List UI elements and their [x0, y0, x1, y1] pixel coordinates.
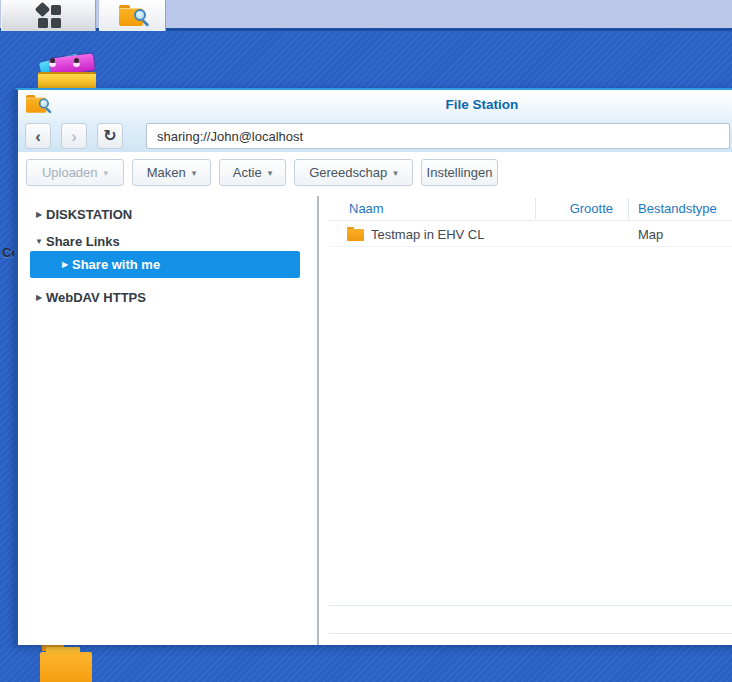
chevron-right-icon: ▶ [32, 293, 46, 302]
sidebar-item-label: WebDAV HTTPS [46, 290, 146, 305]
folder-search-icon [119, 5, 147, 27]
chevron-down-icon: ▾ [268, 168, 273, 178]
sidebar-item-share-with-me[interactable]: ▶ Share with me [30, 251, 300, 278]
sidebar-item-label: Share with me [72, 257, 160, 272]
sidebar-item-diskstation[interactable]: ▶ DISKSTATION [18, 202, 317, 226]
file-name: Testmap in EHV CL [371, 227, 484, 242]
tools-button[interactable]: Gereedschap ▾ [294, 159, 413, 186]
sidebar: ▶ DISKSTATION ▼ Share Links ▶ Share with… [18, 196, 317, 645]
action-button[interactable]: Actie ▾ [219, 159, 286, 186]
folder-body [40, 652, 92, 682]
apps-grid-icon [36, 3, 62, 28]
sidebar-item-share-links[interactable]: ▼ Share Links [18, 229, 317, 253]
address-row: ‹ › ↻ [18, 120, 732, 152]
chevron-right-icon: ▶ [58, 260, 72, 269]
taskbar-tab-main-menu[interactable] [1, 0, 96, 31]
column-header-name[interactable]: Naam [349, 201, 384, 216]
folder-desktop-icon[interactable] [40, 644, 92, 682]
button-label: Instellingen [427, 165, 493, 180]
statusbar-divider [329, 633, 732, 634]
chevron-down-icon: ▾ [393, 168, 398, 178]
list-bottom-divider [329, 605, 732, 606]
settings-button[interactable]: Instellingen [421, 159, 498, 186]
button-label: Gereedschap [309, 165, 387, 180]
window-title: File Station [18, 97, 732, 112]
file-list-header: Naam Grootte Bestandstype [329, 196, 732, 221]
file-list-panel: Naam Grootte Bestandstype Testmap in EHV… [319, 196, 732, 645]
button-label: Uploaden [42, 165, 98, 180]
column-separator[interactable] [628, 198, 629, 219]
button-label: Actie [233, 165, 262, 180]
chevron-right-icon: ▶ [32, 210, 46, 219]
upload-button[interactable]: Uploaden ▾ [26, 159, 124, 186]
column-header-type[interactable]: Bestandstype [638, 201, 717, 216]
column-header-size[interactable]: Grootte [535, 201, 613, 216]
sidebar-item-webdav-https[interactable]: ▶ WebDAV HTTPS [18, 285, 317, 309]
sidebar-item-label: DISKSTATION [46, 207, 132, 222]
table-row[interactable]: Testmap in EHV CL Map [329, 222, 732, 247]
chevron-down-icon: ▾ [192, 168, 197, 178]
window-content: ▶ DISKSTATION ▼ Share Links ▶ Share with… [18, 196, 732, 645]
chevron-down-icon: ▼ [32, 237, 46, 246]
create-button[interactable]: Maken ▾ [132, 159, 211, 186]
folder-icon [347, 227, 364, 241]
toolbar: Uploaden ▾ Maken ▾ Actie ▾ Gereedschap ▾… [18, 152, 732, 196]
button-label: Maken [147, 165, 186, 180]
forward-button[interactable]: › [61, 123, 87, 149]
file-drawer-desktop-icon[interactable] [38, 54, 96, 90]
file-station-window: File Station ‹ › ↻ Uploaden ▾ Maken ▾ Ac… [14, 88, 732, 645]
address-input[interactable] [146, 123, 730, 149]
back-button[interactable]: ‹ [25, 123, 51, 149]
file-type: Map [638, 227, 663, 242]
taskbar-tab-file-station[interactable] [99, 0, 166, 31]
window-titlebar[interactable]: File Station [18, 90, 732, 120]
sidebar-item-label: Share Links [46, 234, 120, 249]
chevron-down-icon: ▾ [104, 168, 109, 178]
refresh-button[interactable]: ↻ [97, 123, 123, 149]
taskbar [0, 0, 732, 31]
